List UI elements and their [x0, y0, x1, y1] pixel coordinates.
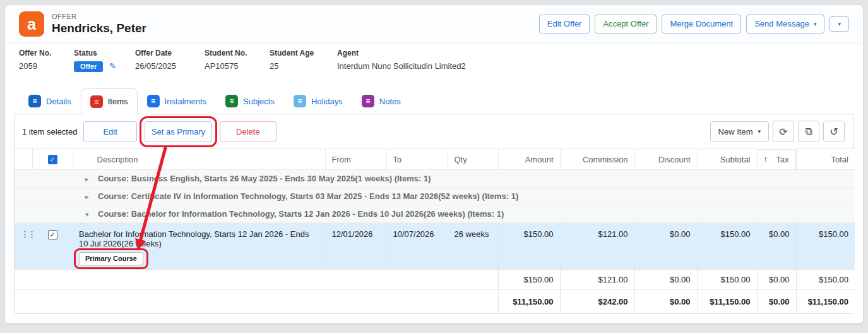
item-amount: $150.00 [498, 223, 560, 270]
group-total-total: $150.00 [796, 270, 855, 290]
offer-date-value: 26/05/2025 [135, 61, 205, 71]
tab-details[interactable]: ≡ Details [19, 88, 81, 114]
expand-collapsed-icon[interactable]: ▸ [85, 175, 92, 183]
tax-header-label: Tax [776, 155, 788, 164]
check-icon: ✓ [50, 156, 55, 163]
grand-total-commission: $242.00 [560, 290, 634, 314]
tab-bar: ≡ Details ≡ Items ≡ Instalments ≡ Subjec… [14, 88, 854, 114]
tab-items-label: Items [108, 97, 128, 106]
new-item-button[interactable]: New Item ▾ [710, 121, 769, 142]
items-table: ✓ Description From To Qty Amount Commiss… [15, 148, 855, 313]
column-discount[interactable]: Discount [634, 149, 697, 170]
more-actions-button[interactable]: ▾ [829, 16, 849, 32]
column-select: ✓ [32, 149, 73, 170]
expand-collapsed-icon[interactable]: ▸ [85, 193, 92, 201]
set-as-primary-button[interactable]: Set as Primary [145, 121, 212, 142]
chevron-down-icon: ▾ [758, 128, 761, 135]
field-agent: Agent Interdum Nunc Sollicitudin Limited… [337, 49, 849, 72]
chevron-down-icon: ▾ [814, 21, 817, 27]
column-subtotal[interactable]: Subtotal [697, 149, 757, 170]
page-title: Hendricks, Peter [52, 21, 146, 35]
group-total-row: $150.00 $121.00 $0.00 $150.00 $0.00 $150… [15, 270, 855, 290]
column-description[interactable]: Description [73, 149, 325, 170]
tab-items[interactable]: ≡ Items [81, 88, 138, 114]
tab-instalments[interactable]: ≡ Instalments [138, 88, 216, 114]
notes-tab-icon: ≡ [362, 95, 374, 107]
column-amount[interactable]: Amount [498, 149, 560, 170]
student-no-link[interactable]: AP10575 [205, 61, 270, 71]
column-from[interactable]: From [325, 149, 386, 170]
table-header-row: ✓ Description From To Qty Amount Commiss… [15, 149, 855, 170]
column-total[interactable]: Total [796, 149, 855, 170]
row-checkbox[interactable]: ✓ [48, 230, 57, 239]
edit-item-button[interactable]: Edit [83, 121, 136, 142]
grand-total-row: $11,150.00 $242.00 $0.00 $11,150.00 $0.0… [15, 290, 855, 314]
item-from: 12/01/2026 [325, 223, 386, 270]
grand-total-discount: $0.00 [634, 290, 697, 314]
primary-course-badge: Primary Course [79, 252, 143, 265]
row-select-cell: ✓ [32, 223, 73, 270]
copy-button[interactable]: ⧉ [798, 121, 819, 142]
drag-handle[interactable]: ⋮⋮ [15, 223, 32, 270]
accept-offer-button[interactable]: Accept Offer [595, 15, 657, 33]
column-drag-handle [15, 149, 32, 170]
content-area: ≡ Details ≡ Items ≡ Instalments ≡ Subjec… [14, 88, 854, 314]
tab-notes-label: Notes [379, 97, 401, 106]
offer-header: a OFFER Hendricks, Peter Edit Offer Acce… [5, 5, 863, 44]
expand-expanded-icon[interactable]: ▾ [85, 210, 92, 219]
grand-total-amount: $11,150.00 [498, 290, 560, 314]
history-button[interactable]: ↺ [823, 121, 845, 142]
item-row-bachelor-it[interactable]: ⋮⋮ ✓ Bachelor for Information Technology… [15, 223, 855, 270]
tab-details-label: Details [46, 97, 71, 106]
column-to[interactable]: To [386, 149, 448, 170]
field-status: Status Offer ✎ [74, 49, 135, 72]
refresh-icon: ⟳ [779, 126, 787, 138]
group-total-discount: $0.00 [634, 270, 697, 290]
group-total-amount: $150.00 [498, 270, 560, 290]
column-qty[interactable]: Qty [448, 149, 498, 170]
offer-date-label: Offer Date [135, 49, 205, 58]
group-label: Course: Certificate IV in Information Te… [98, 191, 518, 201]
offer-page: a OFFER Hendricks, Peter Edit Offer Acce… [4, 4, 864, 324]
edit-status-icon[interactable]: ✎ [109, 61, 116, 71]
tab-subjects-label: Subjects [243, 97, 275, 106]
edit-offer-button[interactable]: Edit Offer [539, 15, 590, 33]
offer-no-value: 2059 [19, 61, 74, 71]
tab-holidays[interactable]: ≡ Holidays [284, 88, 352, 114]
history-icon: ↺ [829, 126, 838, 138]
app-logo-icon: a [19, 11, 44, 37]
drag-handle-icon: ⋮⋮ [21, 229, 35, 239]
student-age-value: 25 [270, 61, 337, 71]
merge-document-button[interactable]: Merge Document [662, 15, 741, 33]
student-no-label: Student No. [205, 49, 270, 58]
send-message-button[interactable]: Send Message ▾ [746, 15, 824, 33]
details-tab-icon: ≡ [28, 95, 41, 107]
item-description: Bachelor for Information Technology, Sta… [79, 229, 319, 248]
item-discount: $0.00 [634, 223, 697, 270]
holidays-tab-icon: ≡ [294, 95, 306, 107]
column-commission[interactable]: Commission [560, 149, 634, 170]
item-commission: $121.00 [560, 223, 634, 270]
tab-notes[interactable]: ≡ Notes [352, 88, 410, 114]
tab-subjects[interactable]: ≡ Subjects [216, 88, 284, 114]
item-description-cell: Bachelor for Information Technology, Sta… [73, 223, 325, 270]
agent-link[interactable]: Interdum Nunc Sollicitudin Limited2 [337, 61, 849, 71]
offer-no-label: Offer No. [19, 49, 74, 58]
column-tax[interactable]: ↑ Tax [758, 149, 796, 170]
select-all-checkbox[interactable]: ✓ [48, 155, 57, 164]
group-row-certificate-iv[interactable]: ▸Course: Certificate IV in Information T… [15, 188, 855, 205]
group-row-bachelor-it[interactable]: ▾Course: Bachelor for Information Techno… [15, 205, 855, 223]
item-total: $150.00 [796, 223, 855, 270]
toolbar-right-group: New Item ▾ ⟳ ⧉ ↺ [710, 121, 850, 142]
field-offer-no: Offer No. 2059 [19, 49, 74, 72]
delete-item-button[interactable]: Delete [220, 121, 276, 142]
group-total-commission: $121.00 [560, 270, 634, 290]
grand-total-total: $11,150.00 [796, 290, 855, 314]
refresh-button[interactable]: ⟳ [773, 121, 794, 142]
selection-count: 1 item selected [22, 127, 77, 136]
group-row-business-english[interactable]: ▸Course: Business English, Starts 26 May… [15, 170, 855, 188]
grand-total-subtotal: $11,150.00 [697, 290, 757, 314]
field-student-age: Student Age 25 [270, 49, 337, 72]
logo-letter: a [27, 15, 36, 33]
group-total-tax: $0.00 [757, 270, 796, 290]
